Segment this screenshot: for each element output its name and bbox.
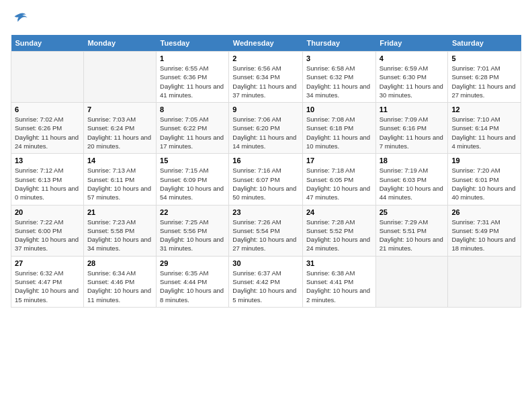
day-number: 19 — [451, 156, 517, 165]
calendar-cell: 5Sunrise: 7:01 AM Sunset: 6:28 PM Daylig… — [448, 52, 521, 103]
header-cell-saturday: Saturday — [448, 35, 521, 52]
calendar-cell: 13Sunrise: 7:12 AM Sunset: 6:13 PM Dayli… — [11, 154, 84, 205]
calendar-cell: 18Sunrise: 7:19 AM Sunset: 6:03 PM Dayli… — [375, 154, 448, 205]
calendar-cell: 3Sunrise: 6:58 AM Sunset: 6:32 PM Daylig… — [303, 52, 376, 103]
day-info: Sunrise: 7:02 AM Sunset: 6:26 PM Dayligh… — [15, 115, 80, 150]
day-number: 20 — [15, 208, 80, 216]
calendar-cell: 10Sunrise: 7:08 AM Sunset: 6:18 PM Dayli… — [303, 103, 376, 154]
calendar-cell — [11, 52, 84, 103]
day-number: 26 — [451, 208, 517, 216]
day-info: Sunrise: 7:01 AM Sunset: 6:28 PM Dayligh… — [451, 64, 517, 99]
day-info: Sunrise: 6:37 AM Sunset: 4:42 PM Dayligh… — [232, 269, 299, 304]
logo-bird-icon — [12, 11, 28, 24]
day-info: Sunrise: 7:25 AM Sunset: 5:56 PM Dayligh… — [160, 218, 225, 253]
day-info: Sunrise: 6:56 AM Sunset: 6:34 PM Dayligh… — [232, 64, 299, 99]
day-number: 17 — [306, 156, 372, 165]
header-row: SundayMondayTuesdayWednesdayThursdayFrid… — [11, 35, 521, 52]
calendar-cell: 26Sunrise: 7:31 AM Sunset: 5:49 PM Dayli… — [448, 205, 521, 256]
day-number: 8 — [160, 105, 225, 113]
day-info: Sunrise: 6:32 AM Sunset: 4:47 PM Dayligh… — [15, 269, 80, 304]
calendar-cell: 15Sunrise: 7:15 AM Sunset: 6:09 PM Dayli… — [157, 154, 229, 205]
day-number: 12 — [451, 105, 517, 113]
calendar-cell: 2Sunrise: 6:56 AM Sunset: 6:34 PM Daylig… — [229, 52, 303, 103]
day-number: 21 — [87, 208, 152, 216]
day-number: 10 — [306, 105, 372, 113]
calendar-cell: 4Sunrise: 6:59 AM Sunset: 6:30 PM Daylig… — [375, 52, 448, 103]
calendar-header: SundayMondayTuesdayWednesdayThursdayFrid… — [11, 35, 521, 52]
day-number: 18 — [380, 156, 445, 165]
day-number: 2 — [232, 54, 299, 62]
day-number: 14 — [87, 156, 152, 165]
day-info: Sunrise: 7:12 AM Sunset: 6:13 PM Dayligh… — [15, 166, 80, 201]
header-cell-friday: Friday — [375, 35, 448, 52]
day-info: Sunrise: 6:55 AM Sunset: 6:36 PM Dayligh… — [160, 64, 225, 99]
day-info: Sunrise: 7:13 AM Sunset: 6:11 PM Dayligh… — [87, 166, 152, 201]
day-number: 22 — [160, 208, 225, 216]
day-number: 23 — [232, 208, 299, 216]
day-info: Sunrise: 7:22 AM Sunset: 6:00 PM Dayligh… — [15, 218, 80, 253]
day-info: Sunrise: 6:34 AM Sunset: 4:46 PM Dayligh… — [87, 269, 152, 304]
day-info: Sunrise: 7:20 AM Sunset: 6:01 PM Dayligh… — [451, 166, 517, 201]
day-info: Sunrise: 6:38 AM Sunset: 4:41 PM Dayligh… — [306, 269, 372, 304]
day-info: Sunrise: 7:16 AM Sunset: 6:07 PM Dayligh… — [232, 166, 299, 201]
calendar-cell: 8Sunrise: 7:05 AM Sunset: 6:22 PM Daylig… — [157, 103, 229, 154]
day-number: 16 — [232, 156, 299, 165]
day-info: Sunrise: 7:08 AM Sunset: 6:18 PM Dayligh… — [306, 115, 372, 150]
day-number: 30 — [232, 259, 299, 267]
calendar-cell: 20Sunrise: 7:22 AM Sunset: 6:00 PM Dayli… — [11, 205, 84, 256]
calendar-week-2: 13Sunrise: 7:12 AM Sunset: 6:13 PM Dayli… — [11, 154, 521, 205]
header-cell-thursday: Thursday — [303, 35, 376, 52]
day-info: Sunrise: 7:03 AM Sunset: 6:24 PM Dayligh… — [87, 115, 152, 150]
logo — [11, 11, 28, 27]
day-number: 6 — [15, 105, 80, 113]
calendar-cell: 1Sunrise: 6:55 AM Sunset: 6:36 PM Daylig… — [157, 52, 229, 103]
header-cell-wednesday: Wednesday — [229, 35, 303, 52]
calendar-cell: 23Sunrise: 7:26 AM Sunset: 5:54 PM Dayli… — [229, 205, 303, 256]
calendar-week-1: 6Sunrise: 7:02 AM Sunset: 6:26 PM Daylig… — [11, 103, 521, 154]
day-number: 29 — [160, 259, 225, 267]
day-number: 25 — [380, 208, 445, 216]
day-number: 4 — [380, 54, 445, 62]
day-number: 11 — [380, 105, 445, 113]
day-number: 28 — [87, 259, 152, 267]
day-info: Sunrise: 7:10 AM Sunset: 6:14 PM Dayligh… — [451, 115, 517, 150]
calendar-cell: 28Sunrise: 6:34 AM Sunset: 4:46 PM Dayli… — [83, 256, 156, 307]
calendar-cell: 31Sunrise: 6:38 AM Sunset: 4:41 PM Dayli… — [303, 256, 376, 307]
calendar-cell: 6Sunrise: 7:02 AM Sunset: 6:26 PM Daylig… — [11, 103, 84, 154]
calendar-cell — [448, 256, 521, 307]
day-info: Sunrise: 7:23 AM Sunset: 5:58 PM Dayligh… — [87, 218, 152, 253]
day-number: 24 — [306, 208, 372, 216]
day-number: 27 — [15, 259, 80, 267]
calendar-cell — [83, 52, 156, 103]
day-info: Sunrise: 7:28 AM Sunset: 5:52 PM Dayligh… — [306, 218, 372, 253]
day-number: 1 — [160, 54, 225, 62]
day-info: Sunrise: 7:29 AM Sunset: 5:51 PM Dayligh… — [380, 218, 445, 253]
header-cell-tuesday: Tuesday — [157, 35, 229, 52]
day-number: 5 — [451, 54, 517, 62]
day-number: 31 — [306, 259, 372, 267]
day-info: Sunrise: 7:06 AM Sunset: 6:20 PM Dayligh… — [232, 115, 299, 150]
day-number: 15 — [160, 156, 225, 165]
header-cell-sunday: Sunday — [11, 35, 84, 52]
page-header — [11, 11, 521, 27]
day-info: Sunrise: 7:09 AM Sunset: 6:16 PM Dayligh… — [380, 115, 445, 150]
calendar-cell: 12Sunrise: 7:10 AM Sunset: 6:14 PM Dayli… — [448, 103, 521, 154]
calendar-cell: 24Sunrise: 7:28 AM Sunset: 5:52 PM Dayli… — [303, 205, 376, 256]
day-info: Sunrise: 6:58 AM Sunset: 6:32 PM Dayligh… — [306, 64, 372, 99]
calendar-week-4: 27Sunrise: 6:32 AM Sunset: 4:47 PM Dayli… — [11, 256, 521, 307]
day-info: Sunrise: 7:05 AM Sunset: 6:22 PM Dayligh… — [160, 115, 225, 150]
calendar-cell: 22Sunrise: 7:25 AM Sunset: 5:56 PM Dayli… — [157, 205, 229, 256]
calendar-cell: 19Sunrise: 7:20 AM Sunset: 6:01 PM Dayli… — [448, 154, 521, 205]
calendar-cell: 17Sunrise: 7:18 AM Sunset: 6:05 PM Dayli… — [303, 154, 376, 205]
day-info: Sunrise: 7:19 AM Sunset: 6:03 PM Dayligh… — [380, 166, 445, 201]
calendar-cell: 29Sunrise: 6:35 AM Sunset: 4:44 PM Dayli… — [157, 256, 229, 307]
calendar-week-0: 1Sunrise: 6:55 AM Sunset: 6:36 PM Daylig… — [11, 52, 521, 103]
day-number: 7 — [87, 105, 152, 113]
calendar-cell: 27Sunrise: 6:32 AM Sunset: 4:47 PM Dayli… — [11, 256, 84, 307]
calendar-cell: 30Sunrise: 6:37 AM Sunset: 4:42 PM Dayli… — [229, 256, 303, 307]
calendar-cell: 14Sunrise: 7:13 AM Sunset: 6:11 PM Dayli… — [83, 154, 156, 205]
day-info: Sunrise: 6:59 AM Sunset: 6:30 PM Dayligh… — [380, 64, 445, 99]
calendar-body: 1Sunrise: 6:55 AM Sunset: 6:36 PM Daylig… — [11, 52, 521, 308]
day-number: 3 — [306, 54, 372, 62]
day-info: Sunrise: 6:35 AM Sunset: 4:44 PM Dayligh… — [160, 269, 225, 304]
